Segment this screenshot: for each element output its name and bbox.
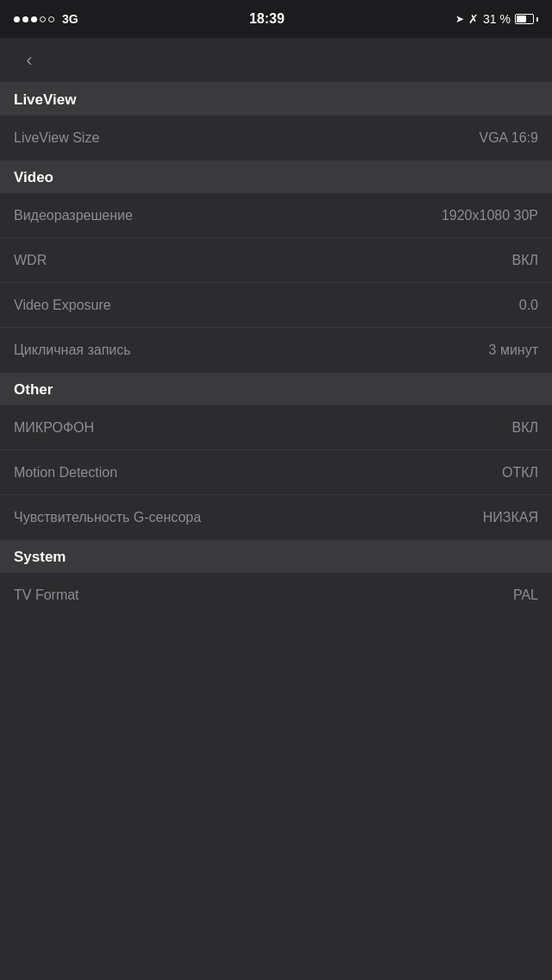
signal-dot-5 xyxy=(48,16,54,22)
back-button[interactable]: ‹ xyxy=(14,45,45,76)
status-left: 3G xyxy=(14,12,78,26)
signal-dot-3 xyxy=(31,16,37,22)
nav-bar: ‹ xyxy=(0,38,552,83)
section-header-video: Video xyxy=(0,160,552,193)
row-value-video-exposure: 0.0 xyxy=(519,298,538,313)
settings-list: LiveView LiveView Size VGA 16:9 Video Ви… xyxy=(0,83,552,618)
battery-tip xyxy=(536,17,538,22)
status-time: 18:39 xyxy=(249,11,285,27)
battery-fill xyxy=(517,16,526,22)
location-icon: ➤ xyxy=(455,13,464,25)
battery-icon xyxy=(515,14,538,24)
row-value-cyclic-record: 3 минут xyxy=(489,342,538,358)
row-liveview-size[interactable]: LiveView Size VGA 16:9 xyxy=(0,116,552,160)
row-label-cyclic-record: Цикличная запись xyxy=(14,342,489,358)
row-label-wdr: WDR xyxy=(14,253,512,268)
signal-dot-1 xyxy=(14,16,20,22)
status-bar: 3G 18:39 ➤ ✗ 31 % xyxy=(0,0,552,38)
row-wdr[interactable]: WDR ВКЛ xyxy=(0,238,552,283)
row-tv-format[interactable]: TV Format PAL xyxy=(0,573,552,618)
section-video: Video Видеоразрешение 1920x1080 30P WDR … xyxy=(0,160,552,373)
signal-dot-2 xyxy=(22,16,28,22)
row-value-tv-format: PAL xyxy=(513,587,538,603)
battery-percent: 31 % xyxy=(483,12,511,26)
section-other: Other МИКРОФОН ВКЛ Motion Detection ОТКЛ… xyxy=(0,373,552,540)
section-liveview: LiveView LiveView Size VGA 16:9 xyxy=(0,83,552,160)
row-label-motion-detection: Motion Detection xyxy=(14,465,502,481)
row-microphone[interactable]: МИКРОФОН ВКЛ xyxy=(0,405,552,450)
section-header-other: Other xyxy=(0,373,552,405)
row-value-video-resolution: 1920x1080 30P xyxy=(442,208,538,223)
bluetooth-icon: ✗ xyxy=(468,12,479,26)
row-label-g-sensor: Чувствительность G-сенсора xyxy=(14,510,483,525)
row-motion-detection[interactable]: Motion Detection ОТКЛ xyxy=(0,450,552,495)
section-header-system: System xyxy=(0,540,552,573)
row-value-wdr: ВКЛ xyxy=(512,253,539,268)
signal-dots xyxy=(14,16,54,22)
row-value-liveview-size: VGA 16:9 xyxy=(480,130,539,146)
row-value-motion-detection: ОТКЛ xyxy=(502,465,538,481)
row-label-liveview-size: LiveView Size xyxy=(14,130,480,146)
back-chevron-icon: ‹ xyxy=(26,51,32,70)
battery-body xyxy=(515,14,534,24)
section-header-liveview: LiveView xyxy=(0,83,552,116)
row-label-video-exposure: Video Exposure xyxy=(14,298,519,313)
row-label-tv-format: TV Format xyxy=(14,587,513,603)
row-g-sensor[interactable]: Чувствительность G-сенсора НИЗКАЯ xyxy=(0,495,552,540)
row-video-exposure[interactable]: Video Exposure 0.0 xyxy=(0,283,552,328)
network-type: 3G xyxy=(62,12,78,26)
row-video-resolution[interactable]: Видеоразрешение 1920x1080 30P xyxy=(0,193,552,238)
row-label-microphone: МИКРОФОН xyxy=(14,420,512,436)
row-value-microphone: ВКЛ xyxy=(512,420,539,436)
row-cyclic-record[interactable]: Цикличная запись 3 минут xyxy=(0,328,552,373)
section-system: System TV Format PAL xyxy=(0,540,552,618)
row-label-video-resolution: Видеоразрешение xyxy=(14,208,442,223)
signal-dot-4 xyxy=(40,16,46,22)
row-value-g-sensor: НИЗКАЯ xyxy=(483,510,538,525)
status-right: ➤ ✗ 31 % xyxy=(455,12,538,26)
